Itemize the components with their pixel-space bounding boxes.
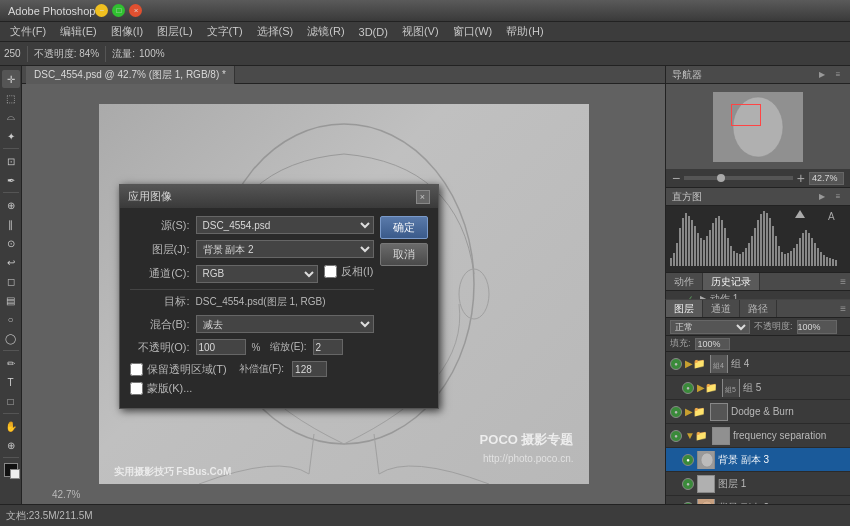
zoom-out-icon[interactable]: − bbox=[672, 170, 680, 186]
blur-tool[interactable]: ○ bbox=[2, 310, 20, 328]
ok-button[interactable]: 确定 bbox=[380, 216, 428, 239]
brush-tool[interactable]: ∥ bbox=[2, 215, 20, 233]
magic-wand-tool[interactable]: ✦ bbox=[2, 127, 20, 145]
scale-input[interactable] bbox=[313, 339, 343, 355]
layer-eye-0[interactable]: ● bbox=[670, 358, 682, 370]
canvas-tab[interactable]: DSC_4554.psd @ 42.7% (图层 1, RGB/8) * bbox=[26, 66, 235, 84]
offset-input[interactable] bbox=[292, 361, 327, 377]
menu-window[interactable]: 窗口(W) bbox=[447, 22, 499, 41]
fill-input[interactable] bbox=[695, 338, 730, 350]
opacity-input-layers[interactable] bbox=[797, 320, 837, 334]
eraser-tool[interactable]: ◻ bbox=[2, 272, 20, 290]
menu-layer[interactable]: 图层(L) bbox=[151, 22, 198, 41]
layer-item-2[interactable]: ● ▶📁 Dodge & Burn bbox=[666, 400, 850, 424]
panel-menu-btn[interactable]: ≡ bbox=[836, 276, 850, 287]
marquee-tool[interactable]: ⬚ bbox=[2, 89, 20, 107]
layers-options: 正常 不透明度: bbox=[666, 318, 850, 336]
tab-actions[interactable]: 动作 bbox=[666, 273, 703, 290]
svg-rect-22 bbox=[715, 218, 717, 266]
layer-thumb-4 bbox=[697, 451, 715, 469]
svg-rect-16 bbox=[697, 233, 699, 266]
layers-tab-paths[interactable]: 路径 bbox=[740, 300, 777, 317]
layer-item-3[interactable]: ● ▼📁 frequency separation bbox=[666, 424, 850, 448]
layer-select[interactable]: 背景 副本 2 bbox=[196, 240, 374, 258]
menu-help[interactable]: 帮助(H) bbox=[500, 22, 549, 41]
opacity-row: 不透明(O): % 缩放(E): bbox=[130, 339, 374, 355]
crop-tool[interactable]: ⊡ bbox=[2, 152, 20, 170]
menu-view[interactable]: 视图(V) bbox=[396, 22, 445, 41]
shape-tool[interactable]: □ bbox=[2, 392, 20, 410]
dialog-close-button[interactable]: × bbox=[416, 190, 430, 204]
svg-rect-50 bbox=[799, 238, 801, 266]
eyedropper-tool[interactable]: ✒ bbox=[2, 171, 20, 189]
histogram-expand[interactable]: ▶ bbox=[816, 191, 828, 203]
invert-checkbox-row: 反相(I) bbox=[324, 264, 373, 279]
mode-label: 不透明度: 84% bbox=[34, 47, 100, 61]
background-color[interactable] bbox=[10, 469, 20, 479]
offset-label: 补偿值(F): bbox=[239, 362, 285, 376]
navigator-title: 导航器 bbox=[672, 68, 812, 82]
svg-rect-18 bbox=[703, 240, 705, 266]
layer-item-4[interactable]: ● 背景 副本 3 bbox=[666, 448, 850, 472]
close-button[interactable]: × bbox=[129, 4, 142, 17]
menu-select[interactable]: 选择(S) bbox=[251, 22, 300, 41]
cancel-button[interactable]: 取消 bbox=[380, 243, 428, 266]
invert-checkbox[interactable] bbox=[324, 265, 337, 278]
layer-item-1[interactable]: ● ▶📁 組5 组 5 bbox=[666, 376, 850, 400]
navigator-menu[interactable]: ≡ bbox=[832, 69, 844, 81]
preserve-row: 保留透明区域(T) 补偿值(F): bbox=[130, 361, 374, 377]
text-tool[interactable]: T bbox=[2, 373, 20, 391]
maximize-button[interactable]: □ bbox=[112, 4, 125, 17]
lasso-tool[interactable]: ⌓ bbox=[2, 108, 20, 126]
tool-separator-1 bbox=[3, 148, 19, 149]
gradient-tool[interactable]: ▤ bbox=[2, 291, 20, 309]
svg-rect-45 bbox=[784, 254, 786, 266]
clone-tool[interactable]: ⊙ bbox=[2, 234, 20, 252]
layer-eye-3[interactable]: ● bbox=[670, 430, 682, 442]
source-select[interactable]: DSC_4554.psd bbox=[196, 216, 374, 234]
svg-rect-13 bbox=[688, 216, 690, 266]
layer-thumb-0: 組4 bbox=[710, 355, 728, 373]
fill-row: 填充: bbox=[666, 336, 850, 352]
menu-text[interactable]: 文字(T) bbox=[201, 22, 249, 41]
blend-mode-select[interactable]: 正常 bbox=[670, 320, 750, 334]
layer-eye-2[interactable]: ● bbox=[670, 406, 682, 418]
layer-eye-4[interactable]: ● bbox=[682, 454, 694, 466]
move-tool[interactable]: ✛ bbox=[2, 70, 20, 88]
layer-label: 图层(J): bbox=[130, 242, 190, 257]
minimize-button[interactable]: − bbox=[95, 4, 108, 17]
svg-rect-30 bbox=[739, 254, 741, 266]
history-brush-tool[interactable]: ↩ bbox=[2, 253, 20, 271]
healing-tool[interactable]: ⊕ bbox=[2, 196, 20, 214]
foreground-color[interactable] bbox=[4, 463, 18, 477]
layer-eye-1[interactable]: ● bbox=[682, 382, 694, 394]
channel-select[interactable]: RGB bbox=[196, 265, 319, 283]
tab-history[interactable]: 历史记录 bbox=[703, 273, 760, 290]
menu-file[interactable]: 文件(F) bbox=[4, 22, 52, 41]
layer-eye-5[interactable]: ● bbox=[682, 478, 694, 490]
layer-item-0[interactable]: ● ▶📁 組4 组 4 bbox=[666, 352, 850, 376]
layer-item-6[interactable]: ● 背景 副本 2 bbox=[666, 496, 850, 504]
layers-tab-layers[interactable]: 图层 bbox=[666, 300, 703, 317]
menu-edit[interactable]: 编辑(E) bbox=[54, 22, 103, 41]
histogram-menu[interactable]: ≡ bbox=[832, 191, 844, 203]
zoom-in-icon[interactable]: + bbox=[797, 170, 805, 186]
layers-tab-channels[interactable]: 通道 bbox=[703, 300, 740, 317]
mask-checkbox[interactable] bbox=[130, 382, 143, 395]
pen-tool[interactable]: ✏ bbox=[2, 354, 20, 372]
menu-image[interactable]: 图像(I) bbox=[105, 22, 149, 41]
dodge-tool[interactable]: ◯ bbox=[2, 329, 20, 347]
layers-menu-btn[interactable]: ≡ bbox=[836, 303, 850, 314]
preserve-checkbox[interactable] bbox=[130, 363, 143, 376]
navigator-expand[interactable]: ▶ bbox=[816, 69, 828, 81]
blend-select[interactable]: 减去 bbox=[196, 315, 374, 333]
zoom-slider-thumb[interactable] bbox=[717, 174, 725, 182]
nav-zoom-input[interactable] bbox=[809, 172, 844, 185]
menu-3d[interactable]: 3D(D) bbox=[353, 24, 394, 40]
folder-icon-1: ▶📁 bbox=[697, 382, 717, 393]
hand-tool[interactable]: ✋ bbox=[2, 417, 20, 435]
zoom-tool-btn[interactable]: ⊕ bbox=[2, 436, 20, 454]
opacity-input[interactable] bbox=[196, 339, 246, 355]
layer-item-5[interactable]: ● 图层 1 bbox=[666, 472, 850, 496]
menu-filter[interactable]: 滤镜(R) bbox=[301, 22, 350, 41]
